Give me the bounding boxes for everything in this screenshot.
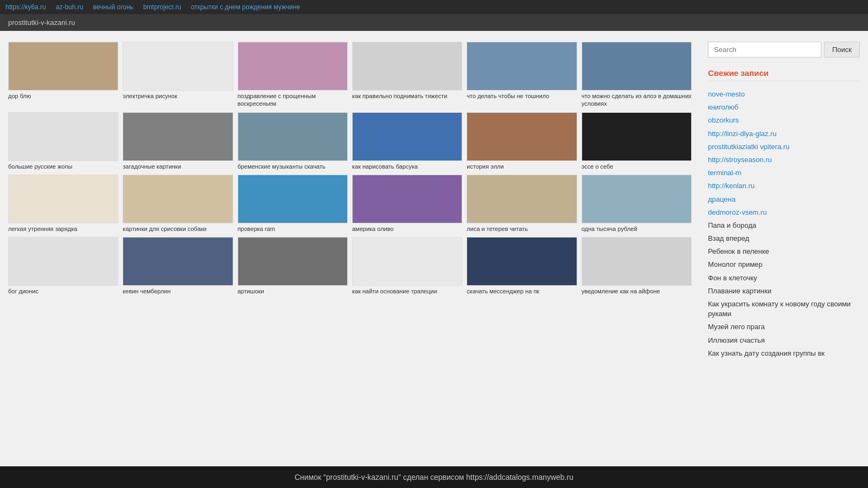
- grid-item-thumb[interactable]: [123, 42, 233, 91]
- grid-item-thumb[interactable]: [467, 112, 577, 161]
- grid-item-label: лиса и тетерев читать: [467, 225, 577, 233]
- grid-item-label: бог дионис: [8, 287, 118, 295]
- search-box: Поиск: [708, 42, 860, 57]
- recent-post-text: Иллюзия счастья: [708, 334, 860, 347]
- sidebar: Поиск Свежие записи nove-mestoкниголюбob…: [700, 36, 868, 365]
- search-button[interactable]: Поиск: [824, 42, 860, 57]
- grid-item-label: уведомление как на айфоне: [582, 287, 692, 295]
- recent-post-text: Плавание картинки: [708, 285, 860, 298]
- grid-item: бог дионис: [8, 237, 118, 295]
- grid-item-thumb[interactable]: [582, 237, 692, 286]
- grid-item-label: скачать мессенджер на пк: [467, 287, 577, 295]
- recent-post-text: Как узнать дату создания группы вк: [708, 347, 860, 360]
- recent-post-text: Фон в клеточку: [708, 272, 860, 285]
- grid-item-label: эссе о себе: [582, 163, 692, 170]
- grid-item: как найти основание трапеции: [352, 237, 462, 295]
- grid-item-thumb[interactable]: [582, 175, 692, 223]
- grid-item-thumb[interactable]: [467, 237, 577, 286]
- grid-item-thumb[interactable]: [582, 42, 692, 91]
- url-bar: prostitutki-v-kazani.ru: [0, 14, 868, 31]
- grid-item-label: артишоки: [238, 287, 348, 295]
- grid-item-label: как найти основание трапеции: [352, 287, 462, 295]
- recent-post-text: Папа и борода: [708, 219, 860, 232]
- recent-post-link[interactable]: dedmoroz-vsem.ru: [708, 206, 860, 219]
- grid-item: кевин чемберлин: [123, 237, 233, 295]
- grid-item-label: история элли: [467, 163, 577, 170]
- grid-item-thumb[interactable]: [238, 112, 348, 161]
- grid-item-label: большие русские жопы: [8, 163, 118, 170]
- grid-item-thumb[interactable]: [467, 42, 577, 91]
- recent-post-link[interactable]: terminal-m: [708, 166, 860, 179]
- recent-post-link[interactable]: http://linzi-dlya-glaz.ru: [708, 127, 860, 140]
- grid-item-label: дор блю: [8, 92, 118, 100]
- grid-item-label: бременские музыканты скачать: [238, 163, 348, 170]
- grid-item: большие русские жопы: [8, 112, 118, 170]
- recent-post-text: Как украсить комнату к новому году своим…: [708, 298, 860, 320]
- top-bar-link[interactable]: вечный огонь: [93, 3, 133, 11]
- grid-item-label: проверка ram: [238, 225, 348, 233]
- grid-item-label: америка оливо: [352, 225, 462, 233]
- grid-item-label: электричка рисунок: [123, 92, 233, 100]
- grid-item-thumb[interactable]: [352, 175, 462, 223]
- top-bar: https://ку6а.ruaz-buh.ruвечный огоньbmtp…: [0, 0, 868, 14]
- grid-item-label: картинки для срисовки собаки: [123, 225, 233, 233]
- top-bar-link[interactable]: https://ку6а.ru: [5, 3, 46, 11]
- grid-item: америка оливо: [352, 175, 462, 233]
- grid-item-label: загадочные картинки: [123, 163, 233, 170]
- recent-post-link[interactable]: драцена: [708, 193, 860, 206]
- top-bar-link[interactable]: az-buh.ru: [56, 3, 84, 11]
- grid-item-thumb[interactable]: [8, 175, 118, 223]
- recent-post-link[interactable]: http://stroyseason.ru: [708, 153, 860, 166]
- grid-item-thumb[interactable]: [123, 237, 233, 286]
- image-grid: дор блюэлектричка рисунокпоздравление с …: [8, 42, 692, 295]
- grid-item-thumb[interactable]: [8, 42, 118, 91]
- top-bar-link[interactable]: открытки с днем рождения мужчине: [191, 3, 300, 11]
- grid-item: лиса и тетерев читать: [467, 175, 577, 233]
- grid-item-thumb[interactable]: [352, 112, 462, 161]
- grid-item-thumb[interactable]: [8, 112, 118, 161]
- grid-item-thumb[interactable]: [467, 175, 577, 223]
- grid-item: как нарисовать барсука: [352, 112, 462, 170]
- grid-item: как правильно поднимать тяжести: [352, 42, 462, 108]
- grid-item-thumb[interactable]: [238, 237, 348, 286]
- grid-item: загадочные картинки: [123, 112, 233, 170]
- grid-item-thumb[interactable]: [123, 175, 233, 223]
- grid-item-thumb[interactable]: [238, 42, 348, 91]
- grid-item: что делать чтобы не тошнило: [467, 42, 577, 108]
- main-wrapper: дор блюэлектричка рисунокпоздравление с …: [0, 31, 868, 371]
- grid-item-thumb[interactable]: [8, 237, 118, 286]
- recent-post-link[interactable]: prostitutkiaziatki vpitera.ru: [708, 140, 860, 153]
- grid-item-label: что можно сделать из алоэ в домашних усл…: [582, 92, 692, 108]
- grid-item: картинки для срисовки собаки: [123, 175, 233, 233]
- grid-item: легкая утренняя зарядка: [8, 175, 118, 233]
- grid-item-thumb[interactable]: [238, 175, 348, 223]
- grid-item-thumb[interactable]: [123, 112, 233, 161]
- top-bar-link[interactable]: bmtproject.ru: [143, 3, 181, 11]
- recent-posts-list: nove-mestoкниголюбobzorkurshttp://linzi-…: [708, 88, 860, 360]
- grid-item-label: поздравление с прощенным воскресеньем: [238, 92, 348, 108]
- grid-item-thumb[interactable]: [352, 237, 462, 286]
- grid-item: артишоки: [238, 237, 348, 295]
- grid-item-label: кевин чемберлин: [123, 287, 233, 295]
- recent-post-link[interactable]: obzorkurs: [708, 114, 860, 127]
- grid-item: электричка рисунок: [123, 42, 233, 108]
- grid-item-label: как нарисовать барсука: [352, 163, 462, 170]
- recent-post-link[interactable]: http://kenlan.ru: [708, 179, 860, 192]
- grid-item: история элли: [467, 112, 577, 170]
- recent-posts-title: Свежие записи: [708, 68, 860, 81]
- grid-item: одна тысяча рублей: [582, 175, 692, 233]
- recent-post-text: Взад вперед: [708, 232, 860, 245]
- grid-item-label: легкая утренняя зарядка: [8, 225, 118, 233]
- recent-post-text: Ребенок в пеленке: [708, 245, 860, 258]
- content-area: дор блюэлектричка рисунокпоздравление с …: [0, 36, 700, 365]
- grid-item: бременские музыканты скачать: [238, 112, 348, 170]
- recent-post-text: Музей лего прага: [708, 320, 860, 333]
- search-input[interactable]: [708, 42, 821, 57]
- grid-item-label: одна тысяча рублей: [582, 225, 692, 233]
- grid-item: эссе о себе: [582, 112, 692, 170]
- recent-post-link[interactable]: nove-mesto: [708, 88, 860, 101]
- grid-item-label: что делать чтобы не тошнило: [467, 92, 577, 100]
- grid-item-thumb[interactable]: [352, 42, 462, 91]
- recent-post-link[interactable]: книголюб: [708, 101, 860, 114]
- grid-item-thumb[interactable]: [582, 112, 692, 161]
